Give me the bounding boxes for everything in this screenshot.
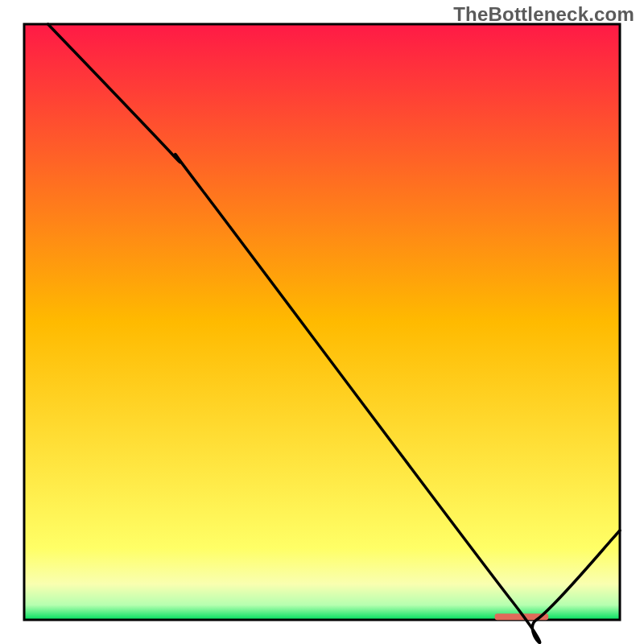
chart-stage: TheBottleneck.com xyxy=(0,0,644,644)
plot-background xyxy=(24,24,620,620)
watermark-label: TheBottleneck.com xyxy=(453,3,634,26)
chart-svg xyxy=(0,0,644,644)
